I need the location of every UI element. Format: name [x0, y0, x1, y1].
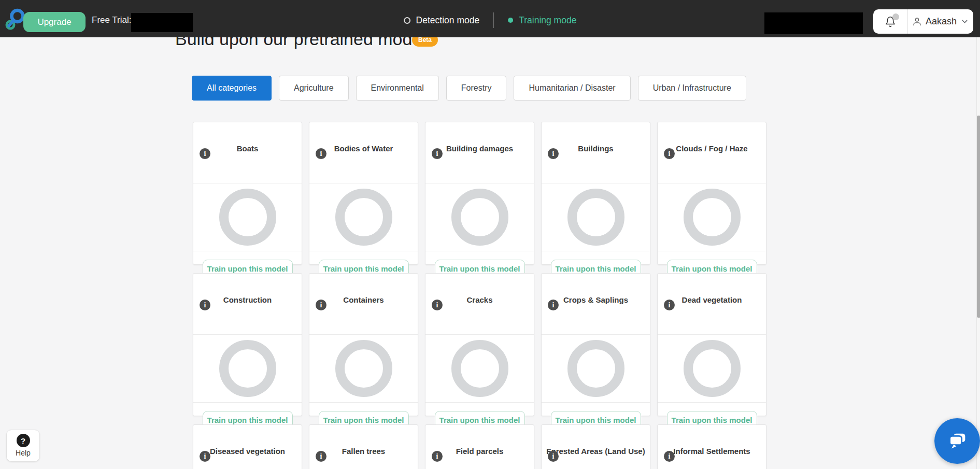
- notification-dot: [892, 13, 899, 20]
- app-root: Upgrade Free Trial: Detection mode Train…: [0, 0, 980, 469]
- model-card: i Boats Train upon this model: [193, 122, 302, 265]
- model-card-header: i Informal Settlements: [658, 447, 766, 469]
- info-icon[interactable]: i: [316, 451, 326, 462]
- help-label: Help: [16, 449, 31, 457]
- info-icon[interactable]: i: [316, 148, 326, 159]
- model-card: i Crops & Saplings Train upon this model: [541, 273, 650, 416]
- radio-unchecked-icon: [404, 17, 410, 24]
- model-thumbnail: [425, 183, 534, 251]
- info-icon[interactable]: i: [200, 148, 210, 159]
- help-button[interactable]: ? Help: [6, 430, 40, 462]
- chat-launcher-button[interactable]: [934, 418, 980, 464]
- placeholder-ring-icon: [684, 189, 741, 246]
- info-icon[interactable]: i: [548, 300, 559, 310]
- redacted-region: [764, 12, 863, 34]
- model-thumbnail: [193, 335, 302, 403]
- model-thumbnail: [309, 183, 418, 251]
- model-thumbnail: [425, 335, 534, 403]
- model-card: i Containers Train upon this model: [309, 273, 418, 416]
- info-icon[interactable]: i: [664, 300, 675, 310]
- model-card: i Buildings Train upon this model: [541, 122, 650, 265]
- placeholder-ring-icon: [219, 340, 276, 397]
- info-icon[interactable]: i: [432, 148, 443, 159]
- models-grid: i Boats Train upon this model i Bodies o…: [193, 122, 766, 469]
- model-card-header: i Crops & Saplings: [542, 295, 650, 335]
- info-icon[interactable]: i: [200, 300, 210, 310]
- user-name: Aakash: [926, 16, 957, 27]
- info-icon[interactable]: i: [432, 300, 443, 310]
- top-bar: Upgrade Free Trial: Detection mode Train…: [0, 0, 980, 37]
- model-card-header: i Cracks: [425, 295, 534, 335]
- user-menu-button[interactable]: Aakash: [908, 16, 973, 27]
- placeholder-ring-icon: [567, 340, 624, 397]
- category-tab[interactable]: Agriculture: [279, 76, 348, 101]
- info-icon[interactable]: i: [200, 451, 210, 462]
- model-card-header: i Containers: [309, 295, 418, 335]
- mode-divider: [493, 12, 494, 28]
- notifications-button[interactable]: [873, 9, 907, 34]
- info-icon[interactable]: i: [664, 148, 675, 159]
- model-thumbnail: [542, 183, 650, 251]
- category-tab[interactable]: Environmental: [356, 76, 439, 101]
- model-card-header: i Buildings: [542, 144, 650, 183]
- category-tab[interactable]: All categories: [192, 76, 272, 101]
- model-card-header: i Fallen trees: [309, 447, 418, 469]
- placeholder-ring-icon: [567, 189, 624, 246]
- model-thumbnail: [658, 335, 766, 403]
- user-icon: [912, 17, 922, 26]
- model-card: i Construction Train upon this model: [193, 273, 302, 416]
- picterra-logo-icon[interactable]: [4, 6, 25, 31]
- dot-icon: [508, 18, 513, 23]
- model-card-header: i Field parcels: [425, 447, 534, 469]
- detection-mode-toggle[interactable]: Detection mode: [404, 15, 480, 26]
- model-card-header: i Diseased vegetation: [193, 447, 302, 469]
- mode-switcher: Detection mode Training mode: [404, 0, 577, 37]
- placeholder-ring-icon: [335, 189, 392, 246]
- model-card: i Clouds / Fog / Haze Train upon this mo…: [657, 122, 766, 265]
- chevron-down-icon: [960, 17, 969, 26]
- model-card: i Diseased vegetation Train upon this mo…: [193, 424, 302, 469]
- info-icon[interactable]: i: [432, 451, 443, 462]
- redacted-region: [131, 13, 193, 32]
- placeholder-ring-icon: [451, 189, 508, 246]
- model-card: i Building damages Train upon this model: [425, 122, 534, 265]
- question-icon: ?: [17, 434, 30, 447]
- model-card-header: i Construction: [193, 295, 302, 335]
- model-thumbnail: [193, 183, 302, 251]
- model-card-header: i Forested Areas (Land Use): [542, 447, 650, 469]
- model-thumbnail: [658, 183, 766, 251]
- model-card-header: i Dead vegetation: [658, 295, 766, 335]
- model-card: i Forested Areas (Land Use) Train upon t…: [541, 424, 650, 469]
- training-mode-toggle[interactable]: Training mode: [508, 15, 576, 26]
- placeholder-ring-icon: [451, 340, 508, 397]
- category-tabs: All categoriesAgricultureEnvironmentalFo…: [192, 76, 746, 101]
- info-icon[interactable]: i: [548, 451, 559, 462]
- model-card-header: i Bodies of Water: [309, 144, 418, 183]
- placeholder-ring-icon: [684, 340, 741, 397]
- training-mode-label: Training mode: [519, 15, 576, 26]
- model-card-header: i Building damages: [425, 144, 534, 183]
- scrollbar-thumb[interactable]: [977, 116, 980, 318]
- model-thumbnail: [542, 335, 650, 403]
- info-icon[interactable]: i: [548, 148, 559, 159]
- model-card: i Fallen trees Train upon this model: [309, 424, 418, 469]
- scrollbar-track[interactable]: [976, 37, 980, 469]
- info-icon[interactable]: i: [664, 451, 675, 462]
- model-card: i Cracks Train upon this model: [425, 273, 534, 416]
- placeholder-ring-icon: [335, 340, 392, 397]
- placeholder-ring-icon: [219, 189, 276, 246]
- model-card-header: i Boats: [193, 144, 302, 183]
- category-tab[interactable]: Forestry: [446, 76, 507, 101]
- user-pill: Aakash: [873, 9, 973, 34]
- category-tab[interactable]: Urban / Infrastructure: [638, 76, 746, 101]
- model-card: i Bodies of Water Train upon this model: [309, 122, 418, 265]
- upgrade-button[interactable]: Upgrade: [23, 12, 86, 32]
- detection-mode-label: Detection mode: [416, 15, 480, 26]
- free-trial-label: Free Trial:: [92, 0, 132, 37]
- info-icon[interactable]: i: [316, 300, 326, 310]
- model-card: i Informal Settlements Train upon this m…: [657, 424, 766, 469]
- chat-bubbles-icon: [945, 429, 969, 453]
- model-thumbnail: [309, 335, 418, 403]
- model-card: i Field parcels Train upon this model: [425, 424, 534, 469]
- category-tab[interactable]: Humanitarian / Disaster: [514, 76, 630, 101]
